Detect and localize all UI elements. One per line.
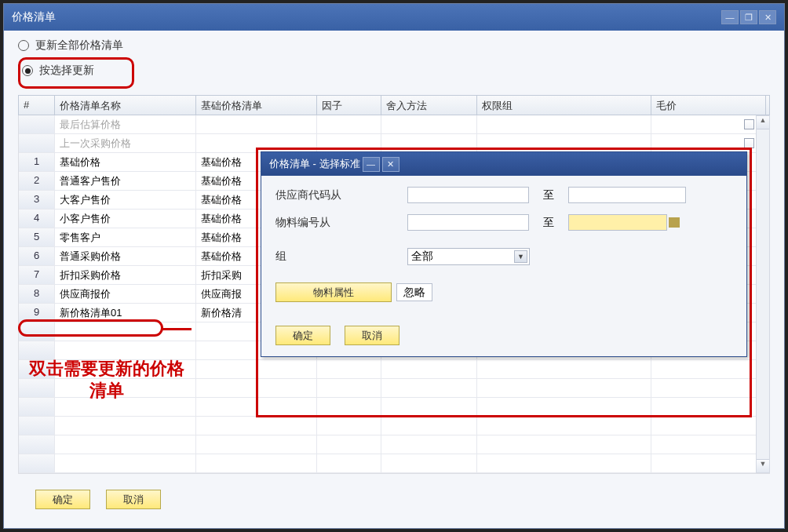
group-label: 组 — [275, 250, 407, 264]
cell-base — [196, 134, 317, 152]
supplier-to-input[interactable] — [568, 187, 686, 203]
dialog-cancel-button[interactable]: 取消 — [345, 326, 399, 345]
cell-name: 供应商报价 — [55, 285, 196, 303]
cell-name — [55, 322, 196, 341]
checkbox[interactable] — [744, 119, 754, 129]
radio-update-all-label: 更新全部价格清单 — [35, 38, 123, 53]
main-title: 价格清单 — [12, 10, 56, 24]
cell-mao — [651, 398, 766, 416]
material-attr-button[interactable]: 物料属性 — [275, 282, 392, 302]
dialog-close-button[interactable]: ✕ — [382, 157, 399, 172]
group-select[interactable]: 全部 ▼ — [407, 248, 530, 265]
col-factor[interactable]: 因子 — [317, 96, 381, 115]
cancel-button[interactable]: 取消 — [106, 490, 161, 509]
scroll-down-icon[interactable]: ▼ — [757, 459, 769, 472]
cell-num — [19, 454, 55, 472]
supplier-from-label: 供应商代码从 — [275, 188, 407, 202]
radio-checked-icon — [22, 65, 33, 76]
annotation-text: 双击需要更新的价格清单 — [24, 358, 190, 401]
cell-round — [381, 379, 477, 397]
cell-num — [19, 134, 55, 152]
material-from-label: 物料编号从 — [275, 216, 407, 230]
cell-round — [381, 398, 477, 416]
radio-unchecked-icon — [18, 40, 29, 51]
cell-base — [196, 115, 317, 133]
cell-name: 基础价格 — [55, 153, 196, 171]
cell-name: 零售客户 — [55, 228, 196, 246]
annotation-connector — [162, 328, 192, 330]
cell-round — [381, 454, 477, 472]
cell-num: 9 — [19, 304, 55, 322]
cell-factor — [317, 115, 381, 133]
checkbox[interactable] — [744, 138, 754, 148]
cell-num — [19, 341, 55, 359]
close-button[interactable]: ✕ — [759, 10, 776, 24]
cell-round — [381, 134, 477, 152]
table-row[interactable] — [19, 417, 769, 435]
cell-name: 小客户售价 — [55, 210, 196, 228]
col-perm[interactable]: 权限组 — [477, 96, 651, 115]
supplier-from-input[interactable] — [407, 187, 529, 203]
annotation-highlight-radio: 按选择更新 — [18, 57, 134, 89]
ok-button[interactable]: 确定 — [35, 490, 90, 509]
minimize-button[interactable]: — — [721, 10, 739, 24]
radio-update-all[interactable]: 更新全部价格清单 — [18, 38, 770, 53]
cell-mao — [651, 379, 766, 397]
cell-base — [196, 360, 317, 378]
cell-mao — [651, 134, 766, 152]
main-bottom-buttons: 确定 取消 — [35, 490, 161, 509]
cell-mao — [651, 360, 766, 378]
group-row: 组 全部 ▼ — [275, 248, 732, 265]
lookup-icon[interactable] — [669, 217, 680, 228]
cell-num: 2 — [19, 172, 55, 190]
cell-name — [55, 435, 196, 454]
cell-num — [19, 417, 55, 435]
dialog-ok-button[interactable]: 确定 — [275, 326, 330, 345]
cell-round — [381, 417, 477, 435]
maximize-button[interactable]: ❐ — [740, 10, 757, 24]
cell-base — [196, 379, 317, 397]
table-row[interactable] — [19, 454, 769, 473]
material-attr-value: 忽略 — [396, 283, 432, 301]
col-num[interactable]: # — [19, 96, 55, 115]
cell-name: 大客户售价 — [55, 191, 196, 209]
cell-base — [196, 435, 317, 454]
material-from-input[interactable] — [407, 214, 529, 231]
vertical-scrollbar[interactable]: ▲ ▼ — [756, 115, 770, 473]
cell-num: 8 — [19, 285, 55, 303]
cell-num — [19, 322, 55, 341]
col-name[interactable]: 价格清单名称 — [55, 96, 196, 115]
cell-perm — [477, 435, 651, 454]
col-base[interactable]: 基础价格清单 — [196, 96, 317, 115]
cell-num: 3 — [19, 191, 55, 209]
material-to-input[interactable] — [568, 214, 667, 231]
main-titlebar: 价格清单 — ❐ ✕ — [4, 4, 784, 31]
attr-row: 物料属性 忽略 — [275, 282, 732, 302]
table-row[interactable]: 上一次采购价格 — [19, 134, 769, 153]
cell-name: 折扣采购价格 — [55, 266, 196, 284]
cell-num — [19, 435, 55, 454]
supplier-row: 供应商代码从 至 — [275, 187, 732, 203]
radio-update-selected[interactable]: 按选择更新 — [19, 61, 118, 80]
cell-name: 普通客户售价 — [55, 172, 196, 190]
dialog-body: 供应商代码从 至 物料编号从 至 组 全部 ▼ 物料属性 忽略 确定 取消 — [261, 176, 746, 356]
cell-factor — [317, 398, 381, 416]
col-round[interactable]: 舍入方法 — [381, 96, 477, 115]
cell-mao — [651, 435, 766, 454]
dialog-title: 价格清单 - 选择标准 — [269, 157, 360, 171]
cell-base — [196, 398, 317, 416]
dialog-minimize-button[interactable]: — — [363, 157, 380, 172]
material-row: 物料编号从 至 — [275, 214, 732, 231]
col-mao[interactable]: 毛价 — [651, 96, 766, 115]
cell-num: 7 — [19, 266, 55, 284]
table-row[interactable] — [19, 435, 769, 454]
table-row[interactable]: 最后估算价格 — [19, 115, 769, 134]
cell-perm — [477, 454, 651, 472]
cell-name: 上一次采购价格 — [55, 134, 196, 152]
to-label-2: 至 — [543, 216, 554, 230]
cell-name — [55, 454, 196, 472]
cell-factor — [317, 417, 381, 435]
cell-factor — [317, 134, 381, 152]
scroll-up-icon[interactable]: ▲ — [757, 116, 769, 129]
dialog-titlebar: 价格清单 - 选择标准 — ✕ — [261, 152, 746, 176]
